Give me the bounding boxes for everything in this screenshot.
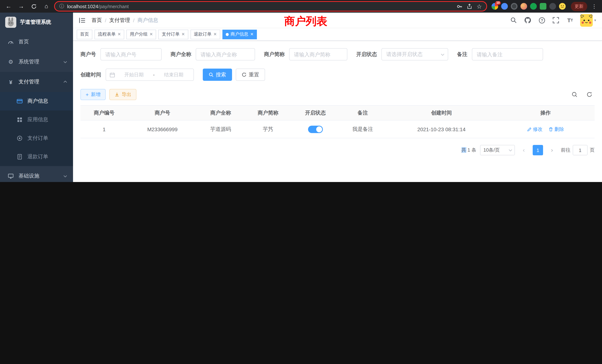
sidebar-item-pay-order[interactable]: 支付订单 [0,129,73,148]
sidebar-item-label: 支付订单 [27,135,48,142]
goto-page-input[interactable] [573,145,588,155]
breadcrumb-current: 商户信息 [138,17,158,23]
extension-icon[interactable] [549,3,556,10]
extension-icon[interactable] [530,3,537,10]
fullscreen-icon[interactable] [552,16,560,24]
date-end-input[interactable]: 结束日期 [158,71,190,78]
refresh-icon [586,92,592,97]
edit-icon [527,127,531,131]
refresh-table-button[interactable] [584,89,595,100]
browser-reload-button[interactable] [29,1,39,11]
address-bar[interactable]: ⓘ localhost:1024/pay/merchant ☆ [54,1,487,11]
tab-pay-order[interactable]: 支付订单✕ [159,30,188,39]
extension-icon[interactable] [511,3,517,10]
screen: ← → ⌂ ⓘ localhost:1024/pay/merchant ☆ 10 [0,0,602,182]
tab-refund-order[interactable]: 退款订单✕ [190,30,220,39]
page-1-button[interactable]: 1 [533,145,543,155]
tab-home[interactable]: 首页 [77,30,92,39]
sidebar-item-system[interactable]: ⚙ 系统管理 [0,52,73,72]
status-select[interactable]: 请选择开启状态 [381,48,448,60]
bookmark-star-icon[interactable]: ☆ [476,3,482,10]
sidebar-item-label: 应用信息 [27,116,48,123]
remark-label: 备注 [457,51,467,58]
chevron-down-icon [441,53,444,56]
merchant-no-input[interactable] [100,48,162,60]
close-icon[interactable]: ✕ [213,32,217,37]
tab-merchant-info[interactable]: 商户信息✕ [222,30,257,39]
tab-process-form[interactable]: 流程表单✕ [95,30,124,39]
breadcrumb-payment[interactable]: 支付管理 [109,17,130,23]
share-icon[interactable] [466,3,472,9]
sidebar-item-label: 支付管理 [19,79,39,85]
caret-down-icon: ▾ [594,18,596,22]
remark-input[interactable] [472,48,543,60]
close-icon[interactable]: ✕ [118,32,121,37]
search-icon [209,72,214,77]
create-time-range-picker[interactable]: 开始日期 - 结束日期 [106,69,194,81]
font-size-icon[interactable]: TT [566,16,574,24]
status-toggle[interactable] [308,126,323,133]
col-create-time: 创建时间 [387,106,496,120]
table-row: 1 M233666999 芋道源码 芋艿 我是备注 2021-10-23 08:… [80,120,595,138]
sidebar: 芋道管理系统 首页 ⚙ 系统管理 ¥ 支付管理 [0,13,73,182]
close-icon[interactable]: ✕ [250,32,254,37]
help-icon[interactable]: ? [538,16,546,24]
sidebar-item-home[interactable]: 首页 [0,32,73,52]
breadcrumb-home[interactable]: 首页 [92,17,102,23]
close-icon[interactable]: ✕ [149,32,153,37]
site-info-icon[interactable]: ⓘ [59,3,64,10]
extension-icon[interactable] [520,3,527,10]
gear-icon: ⚙ [7,59,14,65]
extension-icon[interactable]: 10 [492,3,498,10]
smiley-extension-icon[interactable] [559,3,566,10]
sidebar-item-label: 首页 [19,39,29,45]
user-menu[interactable]: ▾ [580,14,596,26]
chevron-down-icon [63,174,67,178]
full-name-label: 商户全称 [171,51,191,58]
tab-user-group[interactable]: 用户分组✕ [126,30,156,39]
toggle-search-button[interactable] [569,89,580,100]
navbar-tools: ? TT ▾ [510,14,596,26]
create-time-label: 创建时间 [80,71,101,78]
credit-card-icon [16,98,23,104]
browser-back-button[interactable]: ← [4,1,13,11]
page-size-select[interactable]: 10条/页 [480,145,515,155]
full-name-input[interactable] [196,48,255,60]
short-name-label: 商户简称 [264,51,285,58]
extension-icon[interactable] [501,3,508,10]
search-button[interactable]: 搜索 [203,69,232,81]
sidebar-item-app-info[interactable]: 应用信息 [0,110,73,129]
sidebar-item-infra[interactable]: 基础设施 [0,166,73,182]
reset-button[interactable]: 重置 [236,69,265,81]
edit-button[interactable]: 修改 [527,126,542,132]
cell-merchant-id: 1 [80,120,128,138]
browser-home-button[interactable]: ⌂ [42,1,51,11]
close-icon[interactable]: ✕ [182,32,185,37]
avatar [580,14,593,26]
sidebar-item-payment[interactable]: ¥ 支付管理 [0,72,73,92]
header-search-button[interactable] [510,16,518,24]
pagination-total: 共 1 条 [461,147,476,153]
plus-icon: + [86,92,89,97]
prev-page-button[interactable]: ‹ [519,145,529,155]
sidebar-item-refund-order[interactable]: 退款订单 [0,148,73,166]
export-button[interactable]: 导出 [109,89,136,100]
pagination: 共 1 条 10条/页 ‹ 1 › 前往 页 [80,145,595,155]
github-icon[interactable] [524,16,532,24]
sidebar-logo[interactable]: 芋道管理系统 [0,13,73,32]
delete-button[interactable]: 删除 [548,126,564,132]
add-button[interactable]: + 新增 [80,89,106,100]
browser-update-button[interactable]: 更新 [571,2,587,11]
browser-menu-button[interactable]: ⋮ [590,3,598,9]
table-header-row: 商户编号 商户号 商户全称 商户简称 开启状态 备注 创建时间 操作 [80,106,595,120]
password-key-icon[interactable] [456,3,462,9]
sidebar-item-label: 基础设施 [19,173,39,179]
date-start-input[interactable]: 开始日期 [118,71,150,78]
sidebar-collapse-button[interactable] [79,17,86,23]
grid-icon [16,117,23,123]
sidebar-item-merchant-info[interactable]: 商户信息 [0,92,73,110]
next-page-button[interactable]: › [547,145,557,155]
short-name-input[interactable] [289,48,347,60]
browser-forward-button[interactable]: → [16,1,26,11]
extension-icon[interactable] [540,3,546,10]
